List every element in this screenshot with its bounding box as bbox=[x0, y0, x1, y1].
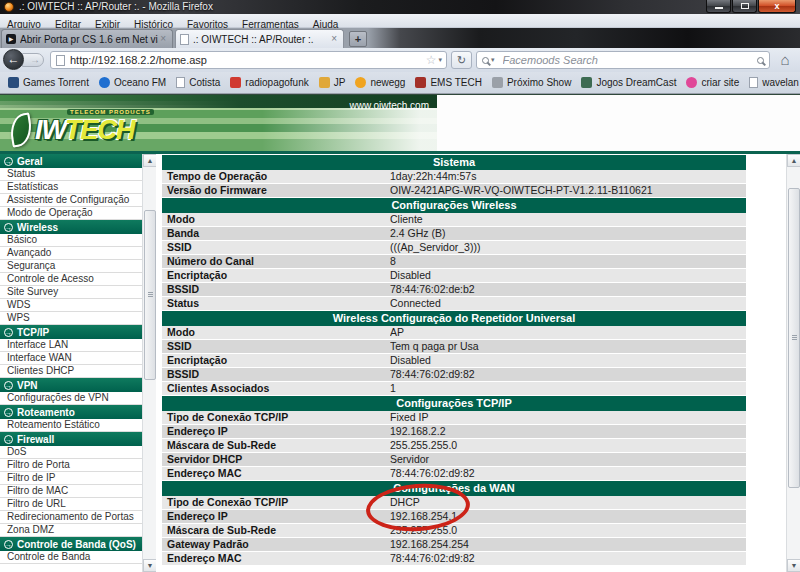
firefox-icon bbox=[4, 2, 14, 12]
row-label: BSSID bbox=[162, 368, 390, 381]
new-tab-button[interactable]: + bbox=[349, 31, 367, 47]
back-button[interactable]: ← bbox=[3, 49, 24, 70]
sidebar-item-avanc-ado[interactable]: Avançado bbox=[0, 247, 142, 260]
section-header-sistema: Sistema bbox=[162, 155, 746, 170]
sidebar-item-site-survey[interactable]: Site Survey bbox=[0, 286, 142, 299]
bookmark-newegg[interactable]: newegg bbox=[350, 77, 410, 88]
scroll-down-icon[interactable]: ▼ bbox=[787, 559, 800, 572]
sidebar-item-dos[interactable]: DoS bbox=[0, 446, 142, 459]
bookmark-jp[interactable]: JP bbox=[314, 77, 351, 88]
table-row: Gateway Padrão192.168.254.254 bbox=[162, 538, 746, 552]
scroll-up-icon[interactable]: ▲ bbox=[143, 154, 157, 167]
sidebar-item-interface-lan[interactable]: Interface LAN bbox=[0, 339, 142, 352]
bookmark-star-icon[interactable]: ☆ bbox=[426, 54, 437, 66]
tab-close-icon[interactable]: × bbox=[329, 34, 339, 44]
sidebar-item-status[interactable]: Status bbox=[0, 168, 142, 181]
sidebar-item-filtro-de-url[interactable]: Filtro de URL bbox=[0, 498, 142, 511]
tab-abrir-porta[interactable]: ▶ Abrir Porta pr CS 1.6 em Net via Rádio… bbox=[1, 29, 173, 48]
search-box[interactable]: ▾ bbox=[476, 51, 770, 69]
sidebar-item-wds[interactable]: WDS bbox=[0, 299, 142, 312]
sidebar-item-clientes-dhcp[interactable]: Clientes DHCP bbox=[0, 365, 142, 378]
sidebar-item-estati-sticas[interactable]: Estatísticas bbox=[0, 181, 142, 194]
bookmark-criar-site[interactable]: criar site bbox=[681, 77, 744, 88]
table-row: SSID(((Ap_Servidor_3))) bbox=[162, 241, 746, 255]
maximize-button[interactable] bbox=[732, 0, 757, 13]
row-label: Modo bbox=[162, 213, 390, 226]
window-title: .: OIWTECH :: AP/Router :. - Mozilla Fir… bbox=[19, 1, 213, 12]
sidebar-item-configurac-o-es-de-vpn[interactable]: Configurações de VPN bbox=[0, 392, 142, 405]
menu-bar: ArquivoEditarExibirHistóricoFavoritosFer… bbox=[0, 14, 800, 28]
table-row: SSIDTem q paga pr Usa bbox=[162, 340, 746, 354]
bookmark-wavelan[interactable]: wavelan bbox=[744, 77, 800, 88]
close-button[interactable]: x bbox=[758, 0, 796, 13]
sidebar-item-zona-dmz[interactable]: Zona DMZ bbox=[0, 524, 142, 537]
url-input[interactable] bbox=[70, 53, 426, 67]
minimize-button[interactable] bbox=[706, 0, 731, 13]
scroll-down-icon[interactable]: ▼ bbox=[143, 559, 157, 572]
sidebar-item-modo-de-operac-a-o[interactable]: Modo de Operação bbox=[0, 207, 142, 220]
logo-tagline: TELECOM PRODUCTS bbox=[67, 109, 154, 115]
arrow-circle-icon: → bbox=[4, 540, 13, 549]
reload-button[interactable]: ↻ bbox=[451, 51, 472, 69]
scrollbar-thumb[interactable] bbox=[788, 188, 800, 488]
tab-strip: ▶ Abrir Porta pr CS 1.6 em Net via Rádio… bbox=[0, 28, 800, 48]
bookmark-pro-ximo-show[interactable]: Próximo Show bbox=[487, 77, 576, 88]
search-engine-dropdown-icon[interactable]: ▾ bbox=[489, 56, 499, 64]
table-row: Máscara de Sub-Rede255.255.255.0 bbox=[162, 439, 746, 453]
bookmark-oceano-fm[interactable]: Oceano FM bbox=[94, 77, 171, 88]
content-scrollbar[interactable]: ▲ ▼ bbox=[786, 154, 800, 572]
scroll-up-icon[interactable]: ▲ bbox=[787, 154, 800, 167]
forward-button[interactable]: → bbox=[22, 53, 44, 67]
row-label: Clientes Associados bbox=[162, 382, 390, 395]
row-label: SSID bbox=[162, 241, 390, 254]
scrollbar-thumb[interactable] bbox=[144, 210, 156, 380]
table-row: Máscara de Sub-Rede255.255.255.0 bbox=[162, 524, 746, 538]
arrow-circle-icon: → bbox=[4, 408, 13, 417]
bookmark-jogos-dreamcast[interactable]: Jogos DreamCast bbox=[576, 77, 681, 88]
bookmark-label: criar site bbox=[701, 77, 739, 88]
sidebar-item-seguranc-a[interactable]: Segurança bbox=[0, 260, 142, 273]
maximize-icon bbox=[741, 3, 749, 9]
search-input[interactable] bbox=[499, 53, 757, 67]
site-favicon-icon bbox=[319, 77, 330, 88]
tab-close-icon[interactable]: × bbox=[158, 34, 168, 44]
row-value: 192.168.254.254 bbox=[390, 538, 746, 551]
row-label: Gateway Padrão bbox=[162, 538, 390, 551]
row-label: Máscara de Sub-Rede bbox=[162, 524, 390, 537]
sidebar-item-wps[interactable]: WPS bbox=[0, 312, 142, 325]
row-value: OIW-2421APG-WR-VQ-OIWTECH-PT-V1.2.11-B11… bbox=[390, 184, 746, 197]
sidebar-item-filtro-de-mac[interactable]: Filtro de MAC bbox=[0, 485, 142, 498]
sidebar-item-controle-de-acesso[interactable]: Controle de Acesso bbox=[0, 273, 142, 286]
row-value: Disabled bbox=[390, 269, 746, 282]
sidebar-item-filtro-de-ip[interactable]: Filtro de IP bbox=[0, 472, 142, 485]
tab-oiwtech[interactable]: .: OIWTECH :: AP/Router :. × bbox=[175, 29, 344, 48]
sidebar-header-label: Geral bbox=[17, 156, 43, 167]
sidebar-header-label: Wireless bbox=[17, 222, 58, 233]
sidebar-item-redirecionamento-de-portas[interactable]: Redirecionamento de Portas bbox=[0, 511, 142, 524]
section-header-configurac-o-es-tcp-ip: Configurações TCP/IP bbox=[162, 396, 746, 411]
sidebar-item-interface-wan[interactable]: Interface WAN bbox=[0, 352, 142, 365]
search-go-icon[interactable] bbox=[757, 57, 764, 64]
site-favicon-icon bbox=[492, 77, 503, 88]
sidebar-item-filtro-de-porta[interactable]: Filtro de Porta bbox=[0, 459, 142, 472]
browser-window: .: OIWTECH :: AP/Router :. - Mozilla Fir… bbox=[0, 0, 800, 572]
sidebar-scrollbar[interactable]: ▲ ▼ bbox=[142, 154, 156, 572]
bookmark-ems-tech[interactable]: EMS TECH bbox=[410, 77, 487, 88]
sidebar-item-controle-de-banda[interactable]: Controle de Banda bbox=[0, 551, 142, 564]
minimize-icon bbox=[715, 7, 723, 9]
bookmark-radiopagofunk[interactable]: radiopagofunk bbox=[225, 77, 313, 88]
sidebar-header-label: Controle de Banda (QoS) bbox=[17, 539, 136, 550]
home-button[interactable]: ⌂ bbox=[773, 50, 797, 70]
sidebar-item-roteamento-esta-tico[interactable]: Roteamento Estático bbox=[0, 419, 142, 432]
sidebar-item-assistente-de-configurac-a-o[interactable]: Assistente de Configuração bbox=[0, 194, 142, 207]
row-value: 78:44:76:02:d9:82 bbox=[390, 368, 746, 381]
sidebar-header-controle-de-banda-qos: →Controle de Banda (QoS) bbox=[0, 537, 142, 551]
bookmark-cotista[interactable]: Cotista bbox=[171, 77, 225, 88]
page-favicon-icon bbox=[749, 77, 758, 88]
urlbar-dropdown-icon[interactable]: ▾ bbox=[436, 56, 446, 64]
bookmark-label: Cotista bbox=[189, 77, 220, 88]
url-bar[interactable]: ☆ ▾ bbox=[50, 51, 447, 69]
bookmark-games-torrent[interactable]: Games Torrent bbox=[3, 77, 94, 88]
sidebar-item-ba-sico[interactable]: Básico bbox=[0, 234, 142, 247]
table-row: Versão do FirmwareOIW-2421APG-WR-VQ-OIWT… bbox=[162, 184, 746, 198]
